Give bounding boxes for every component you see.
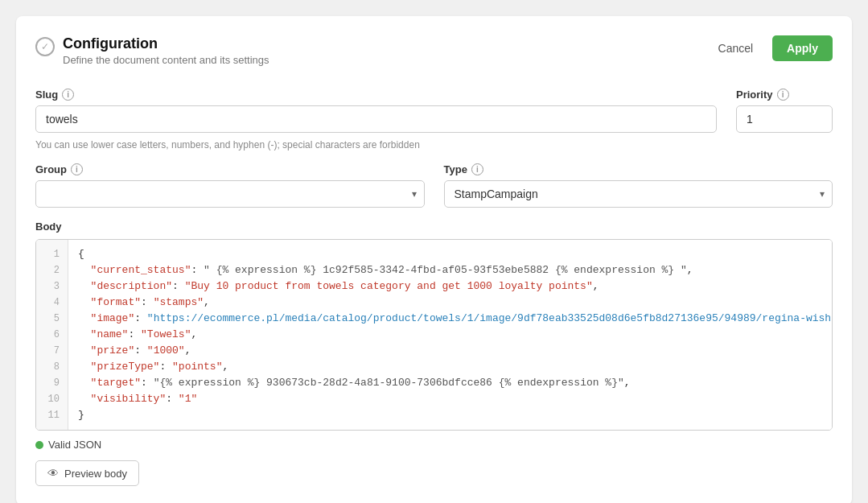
preview-body-label: Preview body (64, 468, 127, 480)
slug-input[interactable] (35, 105, 717, 133)
slug-hint: You can use lower case letters, numbers,… (35, 139, 717, 150)
priority-info-icon: i (777, 89, 789, 101)
group-label: Group i (35, 163, 425, 175)
group-type-row: Group i ▾ Type i StampCampaign (35, 163, 833, 208)
line-num-2: 2 (36, 262, 68, 278)
group-field-group: Group i ▾ (35, 163, 425, 208)
line-num-4: 4 (36, 295, 68, 311)
header-left: ✓ Configuration Define the document cont… (35, 35, 269, 66)
header-actions: Cancel Apply (707, 35, 833, 61)
valid-json-label: Valid JSON (48, 439, 101, 451)
slug-field-group: Slug i You can use lower case letters, n… (35, 89, 717, 150)
header-title-block: Configuration Define the document conten… (63, 35, 269, 66)
preview-body-button[interactable]: 👁 Preview body (35, 460, 139, 486)
valid-json-bar: Valid JSON (35, 439, 833, 451)
slug-label: Slug i (35, 89, 717, 101)
page-header: ✓ Configuration Define the document cont… (35, 35, 833, 66)
cancel-button[interactable]: Cancel (707, 36, 765, 60)
priority-label: Priority i (736, 89, 833, 101)
line-num-3: 3 (36, 278, 68, 295)
line-num-8: 8 (36, 359, 68, 375)
check-icon: ✓ (35, 37, 55, 56)
line-numbers: 1 2 3 4 5 6 7 8 9 10 11 (36, 240, 68, 430)
eye-icon: 👁 (47, 467, 59, 480)
code-lines: 1 2 3 4 5 6 7 8 9 10 11 { "current_statu… (36, 240, 832, 430)
line-num-11: 11 (36, 407, 68, 423)
page-subtitle: Define the document content and its sett… (63, 54, 269, 66)
slug-info-icon: i (62, 89, 74, 101)
priority-input[interactable] (736, 105, 833, 133)
type-select-wrapper: StampCampaign ▾ (444, 180, 833, 208)
group-info-icon: i (71, 163, 83, 175)
code-content[interactable]: { "current_status": " {% expression %} 1… (68, 240, 832, 430)
type-select[interactable]: StampCampaign (444, 180, 833, 208)
type-info-icon: i (471, 163, 483, 175)
body-section: Body 1 2 3 4 5 6 7 8 9 10 11 (35, 221, 833, 486)
line-num-6: 6 (36, 327, 68, 343)
group-select-wrapper: ▾ (35, 180, 425, 208)
line-num-7: 7 (36, 343, 68, 359)
group-select[interactable] (35, 180, 425, 208)
line-num-1: 1 (36, 246, 68, 262)
apply-button[interactable]: Apply (772, 35, 833, 61)
type-field-group: Type i StampCampaign ▾ (444, 163, 833, 208)
priority-field-group: Priority i (736, 89, 833, 150)
type-label: Type i (444, 163, 833, 175)
valid-json-dot (35, 441, 43, 449)
slug-priority-row: Slug i You can use lower case letters, n… (35, 89, 833, 150)
code-editor: 1 2 3 4 5 6 7 8 9 10 11 { "current_statu… (35, 239, 833, 431)
page-title: Configuration (63, 35, 269, 52)
line-num-10: 10 (36, 391, 68, 407)
line-num-5: 5 (36, 311, 68, 327)
line-num-9: 9 (36, 375, 68, 391)
body-label: Body (35, 221, 833, 233)
